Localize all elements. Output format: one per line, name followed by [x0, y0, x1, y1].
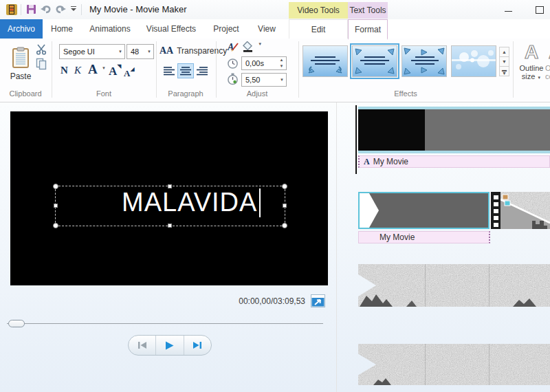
gallery-down-button[interactable]: ▼ [499, 56, 509, 67]
tab-project[interactable]: Project [204, 19, 249, 39]
resize-handle-ne[interactable] [282, 184, 287, 189]
caption-bar-2[interactable]: My Movie [358, 231, 490, 243]
video-tools-header: Video Tools [289, 2, 348, 19]
outline-color-label-1: Ou [545, 64, 550, 72]
italic-button[interactable]: K [74, 65, 81, 76]
transport-controls [128, 335, 212, 356]
font-size-value: 48 [131, 47, 139, 56]
clip2-arrow-icon [360, 193, 379, 228]
timeline-noise-strip-1[interactable] [358, 264, 550, 307]
seek-slider-thumb[interactable] [8, 320, 25, 327]
save-icon[interactable] [26, 4, 36, 14]
effect-option-2-selected[interactable] [352, 45, 397, 77]
outline-letter-icon: A [545, 41, 550, 62]
tab-format[interactable]: Format [348, 19, 388, 40]
tab-archivo[interactable]: Archivo [0, 19, 43, 39]
ribbon-tab-row: Archivo Home Animations Visual Effects P… [0, 19, 550, 40]
start-time-icon [227, 58, 239, 69]
resize-handle-se[interactable] [282, 223, 287, 228]
minimize-icon [505, 11, 512, 12]
caption2-label: My Movie [380, 232, 415, 242]
fullscreen-icon[interactable] [311, 294, 325, 307]
timeline-playhead[interactable] [355, 105, 357, 174]
tab-animations[interactable]: Animations [81, 19, 139, 39]
text-caret [259, 188, 261, 217]
bold-button[interactable]: N [60, 65, 68, 76]
adjust-group-label: Adjust [217, 89, 297, 98]
outline-size-button[interactable]: A Outlinesize ▼ [516, 41, 547, 82]
font-family-select[interactable]: Segoe UI▼ [59, 44, 125, 59]
font-group-label: Font [52, 89, 155, 98]
transparency-icon: AA [160, 45, 173, 56]
resize-handle-n[interactable] [168, 184, 172, 188]
align-right-button[interactable] [194, 63, 210, 78]
cut-icon[interactable] [36, 44, 47, 55]
chevron-down-icon: ▼ [145, 50, 153, 54]
transparency-button[interactable]: AA Transparency [160, 45, 227, 56]
text-selection-box[interactable]: MALAVIDA [55, 186, 285, 226]
copy-icon[interactable] [36, 58, 47, 70]
tab-visual-effects[interactable]: Visual Effects [139, 19, 204, 39]
start-time-spinner[interactable]: ▲ ▼ [277, 57, 286, 69]
next-frame-icon [192, 341, 202, 349]
timeline-clip-1[interactable] [358, 107, 550, 153]
start-time-input[interactable]: 0,00s ▲ ▼ [241, 56, 287, 70]
caption-bar-1[interactable]: A My Movie [358, 155, 550, 168]
text-clip-icon: A [364, 157, 370, 167]
transition-thumbnail[interactable] [500, 192, 550, 229]
align-left-button[interactable] [161, 63, 177, 78]
background-color-button[interactable]: ▼ [242, 41, 262, 54]
align-center-icon [180, 66, 191, 76]
timeline-clip-2-selected[interactable] [358, 192, 490, 229]
tab-edit[interactable]: Edit [289, 19, 348, 39]
resize-handle-s[interactable] [168, 224, 172, 228]
text-tools-header: Text Tools [348, 2, 388, 19]
next-frame-button[interactable] [184, 336, 211, 355]
font-color-letter: A [88, 62, 98, 76]
effect-option-1[interactable] [302, 45, 348, 77]
previous-frame-button[interactable] [129, 336, 155, 355]
undo-icon[interactable] [40, 4, 52, 14]
shrink-font-button[interactable]: A◢ [124, 66, 135, 79]
tab-home[interactable]: Home [43, 19, 81, 39]
redo-icon[interactable] [55, 4, 67, 14]
duration-value: 5,50 [245, 76, 260, 84]
title-overlay-text[interactable]: MALAVIDA [122, 188, 257, 217]
filmstrip-edge [491, 192, 500, 229]
resize-handle-e[interactable] [283, 204, 287, 208]
resize-handle-w[interactable] [54, 204, 58, 208]
outline-color-button-clipped[interactable]: A Ouco [545, 41, 550, 80]
qat-customize-icon[interactable] [70, 6, 77, 11]
edit-text-button[interactable]: A [227, 41, 239, 54]
svg-text:A: A [525, 41, 538, 62]
chevron-down-icon: ▼ [258, 42, 262, 46]
maximize-button[interactable] [528, 3, 550, 17]
font-color-button[interactable]: A ▼ [88, 62, 106, 77]
gallery-more-button[interactable]: ▬▼ [499, 66, 509, 76]
effect-option-4[interactable] [451, 45, 496, 77]
arrow-down-icon: ◢ [130, 66, 134, 72]
outline-size-label-2: size [522, 72, 536, 80]
resize-handle-nw[interactable] [53, 184, 58, 189]
duration-icon [227, 73, 239, 85]
gallery-up-button[interactable]: ▲ [499, 47, 509, 57]
grow-font-button[interactable]: A◥ [109, 63, 121, 78]
timeline-noise-strip-2[interactable] [358, 344, 550, 385]
play-button[interactable] [155, 336, 183, 355]
align-center-button[interactable] [177, 63, 194, 78]
resize-handle-sw[interactable] [53, 223, 58, 228]
paste-button[interactable]: Paste [6, 41, 36, 87]
minimize-button[interactable] [496, 3, 520, 17]
align-left-icon [164, 66, 175, 76]
spinner-up-icon: ▲ [277, 57, 286, 63]
seek-slider-track[interactable] [7, 323, 323, 324]
app-logo-icon[interactable] [6, 3, 18, 16]
font-size-select[interactable]: 48▼ [126, 44, 154, 59]
duration-select[interactable]: 5,50 ▼ [241, 73, 287, 87]
title-bar: My Movie - Movie Maker Video Tools Text … [0, 0, 550, 19]
align-right-icon [197, 66, 208, 76]
effect-option-3[interactable] [402, 45, 447, 77]
window-title: My Movie - Movie Maker [89, 0, 187, 19]
preview-monitor[interactable]: MALAVIDA [10, 111, 328, 285]
tab-view[interactable]: View [249, 19, 285, 39]
